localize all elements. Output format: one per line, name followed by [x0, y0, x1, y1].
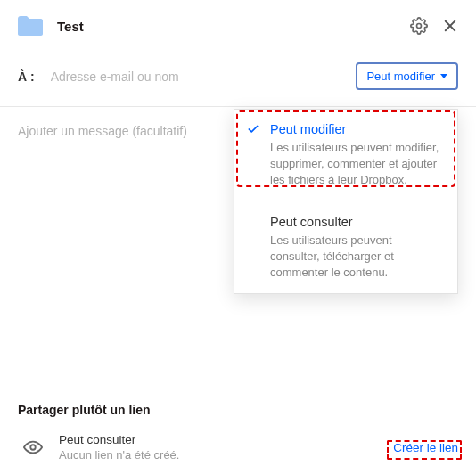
link-share-row: Peut consulter Aucun lien n'a été créé. …: [18, 433, 458, 462]
email-input[interactable]: [51, 69, 357, 84]
link-share-text: Peut consulter Aucun lien n'a été créé.: [59, 433, 179, 462]
link-share-section: Partager plutôt un lien Peut consulter A…: [0, 403, 476, 462]
link-status-label: Aucun lien n'a été créé.: [59, 448, 179, 462]
close-icon[interactable]: [442, 18, 458, 34]
share-to-row: À : Peut modifier: [0, 48, 476, 107]
folder-icon: [18, 16, 43, 36]
check-icon: [247, 123, 259, 139]
dialog-header: Test: [0, 0, 476, 48]
caret-down-icon: [440, 74, 447, 78]
svg-point-0: [417, 24, 422, 29]
link-permission-label: Peut consulter: [59, 433, 179, 446]
permission-dropdown-menu: Peut modifier Les utilisateurs peuvent m…: [234, 109, 458, 294]
permission-dropdown-button[interactable]: Peut modifier: [356, 62, 458, 90]
gear-icon[interactable]: [410, 17, 428, 35]
permission-option-edit[interactable]: Peut modifier Les utilisateurs peuvent m…: [234, 110, 457, 201]
folder-title: Test: [57, 19, 396, 34]
create-link-button[interactable]: Créer le lien: [393, 441, 458, 454]
link-share-heading: Partager plutôt un lien: [18, 403, 458, 417]
message-input[interactable]: [18, 124, 232, 138]
svg-point-3: [30, 445, 36, 450]
to-label: À :: [18, 69, 35, 84]
eye-icon: [23, 437, 43, 457]
option-title: Peut consulter: [270, 215, 443, 229]
permission-dropdown-label: Peut modifier: [366, 69, 435, 83]
permission-option-view[interactable]: Peut consulter Les utilisateurs peuvent …: [234, 201, 457, 294]
option-desc: Les utilisateurs peuvent modifier, suppr…: [270, 140, 443, 189]
option-desc: Les utilisateurs peuvent consulter, télé…: [270, 233, 443, 282]
option-title: Peut modifier: [270, 122, 443, 136]
